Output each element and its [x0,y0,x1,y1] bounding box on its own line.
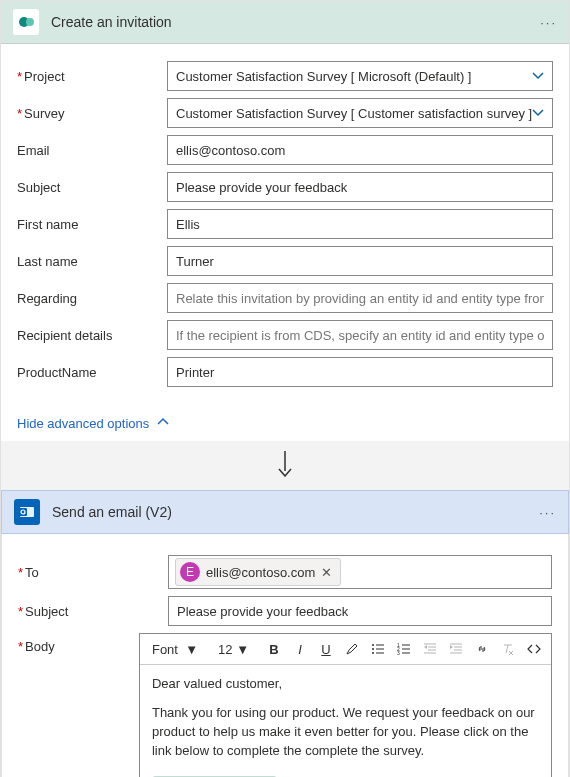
chevron-down-icon [532,107,544,122]
svg-rect-4 [19,508,27,516]
italic-button[interactable]: I [289,638,311,660]
chevron-down-icon [532,70,544,85]
clear-format-button[interactable] [497,638,519,660]
svg-point-6 [372,644,374,646]
email-title: Send an email (V2) [52,504,539,520]
body-greeting: Dear valued customer, [152,675,539,694]
recipient-input[interactable] [167,320,553,350]
recipient-chip[interactable]: E ellis@contoso.com ✕ [175,558,341,586]
svg-text:3: 3 [397,650,400,656]
last-name-input[interactable] [167,246,553,276]
regarding-label: Regarding [17,291,77,306]
body-label: Body [25,639,55,654]
number-list-button[interactable]: 123 [393,638,415,660]
subject-input[interactable] [167,172,553,202]
remove-chip-icon[interactable]: ✕ [321,565,332,580]
font-size-selector[interactable]: 12 ▼ [214,640,253,659]
rte-content[interactable]: Dear valued customer, Thank you for usin… [140,665,551,777]
email-label: Email [17,143,50,158]
bold-button[interactable]: B [263,638,285,660]
invitation-menu-button[interactable]: ··· [540,15,557,30]
subject-label: Subject [17,180,60,195]
indent-button[interactable] [445,638,467,660]
chevron-up-icon [157,416,169,431]
email-body: *To E ellis@contoso.com ✕ *Subject *Body [1,534,569,777]
flow-arrow [1,441,569,490]
regarding-input[interactable] [167,283,553,313]
invitation-title: Create an invitation [51,14,540,30]
outdent-button[interactable] [419,638,441,660]
highlight-button[interactable] [341,638,363,660]
email-input[interactable] [167,135,553,165]
recipient-label: Recipient details [17,328,112,343]
rich-text-editor: Font ▼ 12 ▼ B I U 123 [139,633,552,777]
email-subject-input[interactable] [168,596,552,626]
to-field[interactable]: E ellis@contoso.com ✕ [168,555,552,589]
svg-point-8 [372,648,374,650]
invitation-body: *Project Customer Satisfaction Survey [ … [1,44,569,408]
body-paragraph: Thank you for using our product. We requ… [152,704,539,761]
project-select[interactable]: Customer Satisfaction Survey [ Microsoft… [167,61,553,91]
svg-point-10 [372,652,374,654]
invitation-header: Create an invitation ··· [1,1,569,44]
email-menu-button[interactable]: ··· [539,505,556,520]
survey-label: Survey [24,106,64,121]
email-header: Send an email (V2) ··· [1,490,569,534]
product-name-input[interactable] [167,357,553,387]
link-button[interactable] [471,638,493,660]
hide-advanced-options-link[interactable]: Hide advanced options [1,408,569,441]
first-name-label: First name [17,217,78,232]
svg-point-1 [26,18,34,26]
bullet-list-button[interactable] [367,638,389,660]
font-selector[interactable]: Font ▼ [146,640,204,659]
first-name-input[interactable] [167,209,553,239]
project-label: Project [24,69,64,84]
email-subject-label: Subject [25,604,68,619]
forms-app-icon [13,9,39,35]
survey-select[interactable]: Customer Satisfaction Survey [ Customer … [167,98,553,128]
product-name-label: ProductName [17,365,96,380]
code-view-button[interactable] [523,638,545,660]
rte-toolbar: Font ▼ 12 ▼ B I U 123 [140,634,551,665]
avatar: E [180,562,200,582]
to-label: To [25,565,39,580]
underline-button[interactable]: U [315,638,337,660]
outlook-app-icon [14,499,40,525]
last-name-label: Last name [17,254,78,269]
